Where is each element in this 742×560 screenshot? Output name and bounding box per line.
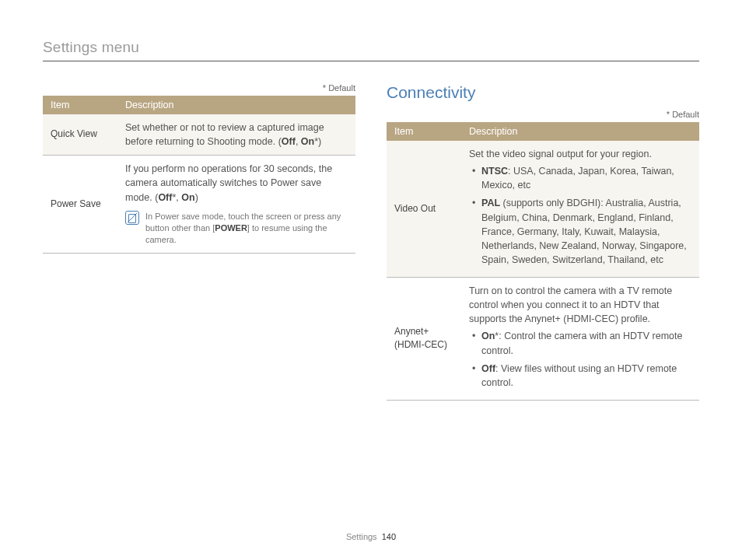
text: If you perform no operations for 30 seco… [125,163,332,202]
text: : View files without using an HDTV remot… [481,363,677,388]
note-icon [125,211,139,225]
table-header-row: Item Description [43,96,355,114]
desc-power-save: If you perform no operations for 30 seco… [117,156,355,254]
title-rule [43,61,699,61]
page-footer: Settings 140 [0,532,742,541]
item-power-save: Power Save [43,156,117,254]
text: : Control the camera with an HDTV remote… [481,331,682,355]
list-item: On*: Control the camera with an HDTV rem… [472,329,691,357]
table-header-row: Item Description [387,122,699,141]
note-row: In Power save mode, touch the screen or … [125,211,348,247]
list-item: Off: View files without using an HDTV re… [472,362,691,390]
default-marker-left: * Default [43,83,355,93]
table-row: Anynet+ (HDMI-CEC) Turn on to control th… [387,278,699,401]
option-off: Off [282,136,296,147]
section-heading-connectivity: Connectivity [387,83,699,102]
text: ) [318,136,321,147]
text: Turn on to control the camera with a TV … [469,285,672,324]
right-column: Connectivity * Default Item Description … [387,83,699,401]
col-header-item: Item [387,122,461,141]
item-video-out: Video Out [387,141,461,278]
col-header-item: Item [43,96,117,114]
option-off: Off [158,192,172,203]
desc-video-out: Set the video signal output for your reg… [461,141,699,278]
power-button-label: POWER [215,223,247,233]
text: Set the video signal output for your reg… [469,149,652,159]
list-item: PAL (supports only BDGHI): Australia, Au… [472,196,691,267]
text: (supports only BDGHI) [500,198,600,208]
options-list: On*: Control the camera with an HDTV rem… [469,329,691,390]
footer-section: Settings [346,532,377,541]
text: ) [195,192,198,203]
option-pal: PAL [481,198,500,208]
connectivity-table: Item Description Video Out Set the video… [387,122,699,401]
col-header-description: Description [461,122,699,141]
left-column: * Default Item Description Quick View Se… [43,83,355,401]
option-on: On [481,331,495,341]
desc-quick-view: Set whether or not to review a captured … [117,114,355,156]
list-item: NTSC: USA, Canada, Japan, Korea, Taiwan,… [472,164,691,192]
item-anynet: Anynet+ (HDMI-CEC) [387,278,461,401]
table-row: Power Save If you perform no operations … [43,156,355,254]
text: : USA, Canada, Japan, Korea, Taiwan, Mex… [481,166,674,191]
option-ntsc: NTSC [481,166,508,177]
option-on: On [301,136,314,147]
item-quick-view: Quick View [43,114,117,156]
text: , [296,136,301,147]
note-text: In Power save mode, touch the screen or … [145,211,348,247]
table-row: Video Out Set the video signal output fo… [387,141,699,278]
table-row: Quick View Set whether or not to review … [43,114,355,156]
option-off: Off [481,363,495,374]
options-list: NTSC: USA, Canada, Japan, Korea, Taiwan,… [469,164,691,267]
page-title: Settings menu [43,39,699,56]
footer-page-number: 140 [382,532,396,541]
col-header-description: Description [117,96,355,114]
display-settings-table: Item Description Quick View Set whether … [43,96,355,254]
option-on: On [181,192,194,203]
desc-anynet: Turn on to control the camera with a TV … [461,278,699,401]
content-columns: * Default Item Description Quick View Se… [43,83,699,401]
default-marker-right: * Default [387,110,699,119]
